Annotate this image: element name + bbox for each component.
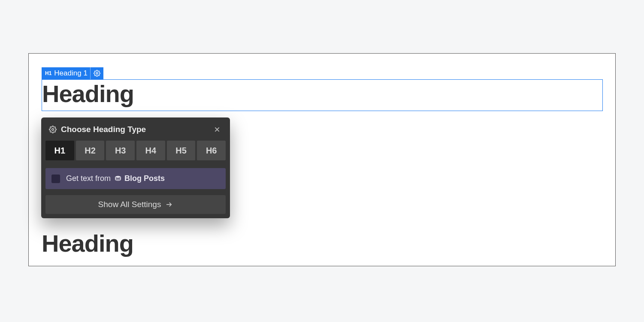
- popover-title: Choose Heading Type: [61, 125, 212, 134]
- heading-option-h1[interactable]: H1: [45, 141, 74, 160]
- heading-element-selected[interactable]: Heading: [42, 79, 603, 111]
- selection-name: Heading 1: [54, 69, 88, 78]
- cms-prefix-label: Get text from: [66, 174, 111, 183]
- selection-label[interactable]: H1 Heading 1: [42, 67, 103, 79]
- heading-settings-popover: Choose Heading Type H1H2H3H4H5H6 Get tex…: [41, 117, 230, 218]
- popover-header: Choose Heading Type: [41, 117, 230, 141]
- close-icon[interactable]: [212, 124, 222, 135]
- collection-icon: [114, 175, 122, 183]
- heading-type-options: H1H2H3H4H5H6: [41, 141, 230, 160]
- heading-option-h3[interactable]: H3: [106, 141, 135, 160]
- heading-option-h5[interactable]: H5: [167, 141, 196, 160]
- svg-point-0: [96, 72, 98, 74]
- gear-icon[interactable]: [90, 67, 103, 79]
- gear-icon: [49, 126, 57, 133]
- cms-checkbox[interactable]: [51, 175, 60, 183]
- arrow-right-icon: [165, 201, 173, 208]
- cms-collection-name: Blog Posts: [124, 174, 165, 183]
- svg-point-4: [115, 176, 121, 178]
- heading-option-h2[interactable]: H2: [76, 141, 105, 160]
- heading-option-h6[interactable]: H6: [197, 141, 226, 160]
- svg-point-1: [52, 129, 54, 131]
- selection-tag: H1: [45, 70, 51, 76]
- cms-binding-row[interactable]: Get text from Blog Posts: [45, 168, 226, 189]
- heading-option-h4[interactable]: H4: [136, 141, 165, 160]
- selected-element-wrap: H1 Heading 1 Heading: [42, 79, 603, 111]
- show-all-settings-button[interactable]: Show All Settings: [45, 195, 226, 214]
- heading-element[interactable]: Heading: [42, 229, 133, 257]
- show-all-label: Show All Settings: [98, 200, 161, 209]
